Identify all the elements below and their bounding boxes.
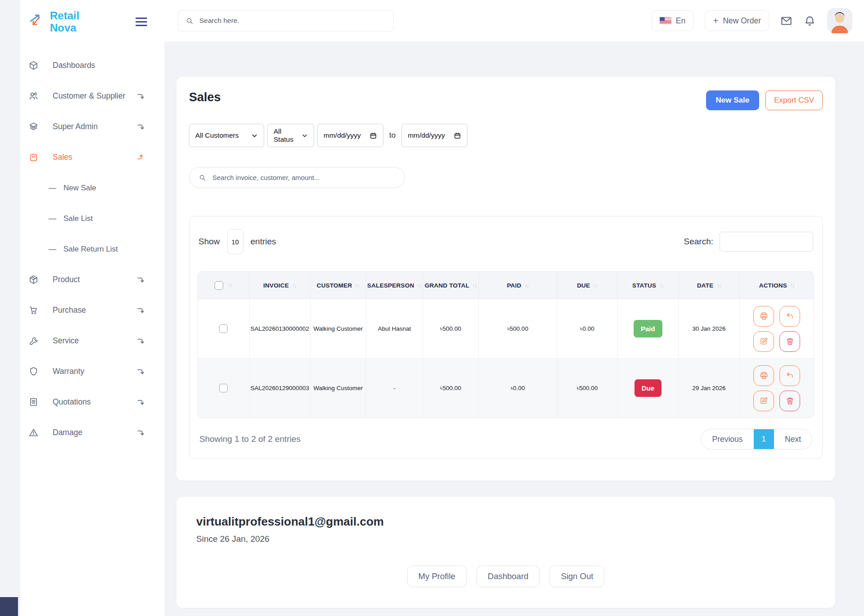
export-csv-button[interactable]: Export CSV xyxy=(765,90,823,110)
cell-grand-total: ৳500.00 xyxy=(423,358,478,418)
cell-customer: Walking Customer xyxy=(310,299,366,358)
table-header-row: ↑↓ INVOICE↑↓ CUSTOMER↑↓ SALESPERSON↑↓ GR… xyxy=(198,272,814,299)
status-filter-select[interactable]: All Status xyxy=(267,124,314,147)
row-checkbox[interactable] xyxy=(219,324,228,333)
header-date[interactable]: DATE↑↓ xyxy=(678,272,739,299)
header-invoice[interactable]: INVOICE↑↓ xyxy=(249,272,310,299)
my-profile-button[interactable]: My Profile xyxy=(407,566,467,587)
page-title: Sales xyxy=(189,90,221,104)
cell-salesperson: Abul Hasnat xyxy=(366,299,423,358)
header-due[interactable]: DUE↑↓ xyxy=(557,272,617,299)
delete-button[interactable] xyxy=(779,391,800,411)
cart-icon xyxy=(28,305,39,315)
sidebar-subitem-sale-list[interactable]: — Sale List xyxy=(28,203,164,234)
table-search-input[interactable] xyxy=(720,232,813,252)
date-from-input[interactable]: mm/dd/yyyy xyxy=(317,124,383,147)
sidebar-subitem-sale-return-list[interactable]: — Sale Return List xyxy=(28,234,164,265)
sign-out-button[interactable]: Sign Out xyxy=(549,566,604,587)
sidebar-menu: Dashboards Customer & Supplier xyxy=(28,50,164,448)
new-order-button[interactable]: + New Order xyxy=(705,10,769,31)
sort-icon: ↑↓ xyxy=(790,283,795,288)
print-button[interactable] xyxy=(753,306,774,327)
bell-icon[interactable] xyxy=(804,15,816,27)
invoice-search xyxy=(189,167,405,188)
return-button[interactable] xyxy=(779,306,800,327)
sort-icon: ↑↓ xyxy=(716,283,721,288)
sort-icon: ↑↓ xyxy=(524,283,529,288)
language-button[interactable]: En xyxy=(652,10,693,31)
expand-arrow-icon xyxy=(137,398,144,406)
dashboard-button[interactable]: Dashboard xyxy=(477,566,540,587)
user-avatar[interactable] xyxy=(827,8,852,33)
cell-due: ৳0.00 xyxy=(557,299,617,358)
sidebar-item-warranty[interactable]: Warranty xyxy=(28,356,164,387)
sidebar-item-sales[interactable]: Sales xyxy=(28,142,164,173)
topbar-search-input[interactable] xyxy=(199,17,386,25)
row-checkbox[interactable] xyxy=(219,384,228,392)
header-customer[interactable]: CUSTOMER↑↓ xyxy=(310,272,366,299)
dash-icon: — xyxy=(49,184,56,193)
sort-icon: ↑↓ xyxy=(659,283,664,288)
sidebar: Retail Nova Dashboards Customer & Suppl xyxy=(20,0,164,616)
left-gutter xyxy=(0,0,20,616)
invoice-search-input[interactable] xyxy=(212,174,396,181)
calendar-icon xyxy=(369,132,377,139)
cell-invoice: SAL20260130000002 xyxy=(249,299,310,358)
print-button[interactable] xyxy=(753,365,774,386)
date-to-input[interactable]: mm/dd/yyyy xyxy=(401,124,468,147)
sort-icon: ↑↓ xyxy=(292,283,297,288)
mail-icon[interactable] xyxy=(780,15,792,27)
sidebar-item-product[interactable]: Product xyxy=(28,265,164,295)
header-actions[interactable]: ACTIONS↑↓ xyxy=(739,272,814,299)
topbar-search xyxy=(178,10,394,31)
dash-icon: — xyxy=(49,214,56,223)
header-grand-total[interactable]: GRAND TOTAL↑↓ xyxy=(423,272,478,299)
delete-button[interactable] xyxy=(779,331,800,352)
cube-icon xyxy=(28,60,39,71)
sidebar-item-customer-supplier[interactable]: Customer & Supplier xyxy=(28,81,164,112)
return-button[interactable] xyxy=(779,365,800,386)
shield-icon xyxy=(28,366,39,377)
cell-date: 30 Jan 2026 xyxy=(678,299,739,358)
next-page-button[interactable]: Next xyxy=(774,429,812,449)
select-all-checkbox[interactable] xyxy=(215,281,223,290)
sidebar-item-quotations[interactable]: Quotations xyxy=(28,387,164,418)
us-flag-icon xyxy=(660,17,671,25)
sidebar-subitem-new-sale[interactable]: — New Sale xyxy=(28,173,164,203)
wrench-icon xyxy=(28,336,39,346)
new-sale-button[interactable]: New Sale xyxy=(706,90,760,110)
edit-button[interactable] xyxy=(753,331,774,352)
to-label: to xyxy=(387,131,398,140)
customer-filter-select[interactable]: All Customers xyxy=(189,124,264,147)
expand-arrow-icon xyxy=(137,276,144,283)
sidebar-item-super-admin[interactable]: Super Admin xyxy=(28,112,164,142)
page-size-select[interactable]: 10 xyxy=(227,229,243,254)
brand-logo-icon xyxy=(28,13,44,31)
sidebar-item-purchase[interactable]: Purchase xyxy=(28,295,164,326)
sales-card: Sales New Sale Export CSV All Customers … xyxy=(176,77,835,481)
account-email: virtualitprofessional1@gmail.com xyxy=(196,515,815,529)
chevron-down-icon xyxy=(251,132,258,139)
search-icon xyxy=(185,17,194,25)
edit-button[interactable] xyxy=(753,391,774,411)
cell-customer: Walking Customer xyxy=(310,358,366,418)
sidebar-toggle-hamburger-icon[interactable] xyxy=(135,18,147,26)
header-status[interactable]: STATUS↑↓ xyxy=(617,272,678,299)
calendar-icon xyxy=(454,132,461,139)
current-page-button[interactable]: 1 xyxy=(754,429,774,449)
dash-icon: — xyxy=(49,245,56,254)
header-paid[interactable]: PAID↑↓ xyxy=(478,272,557,299)
show-label: Show xyxy=(198,237,220,247)
sidebar-item-damage[interactable]: Damage xyxy=(28,418,164,448)
sidebar-item-service[interactable]: Service xyxy=(28,326,164,356)
header-select-all[interactable]: ↑↓ xyxy=(198,272,249,299)
previous-page-button[interactable]: Previous xyxy=(701,429,753,449)
sidebar-item-dashboards[interactable]: Dashboards xyxy=(28,50,164,81)
brand-name: Retail Nova xyxy=(50,10,79,34)
sales-table: ↑↓ INVOICE↑↓ CUSTOMER↑↓ SALESPERSON↑↓ GR… xyxy=(198,272,814,418)
logo-row: Retail Nova xyxy=(28,10,164,34)
cell-grand-total: ৳500.00 xyxy=(423,299,478,358)
expand-arrow-icon xyxy=(137,92,144,100)
header-salesperson[interactable]: SALESPERSON↑↓ xyxy=(366,272,423,299)
pagination: Previous 1 Next xyxy=(701,429,812,450)
